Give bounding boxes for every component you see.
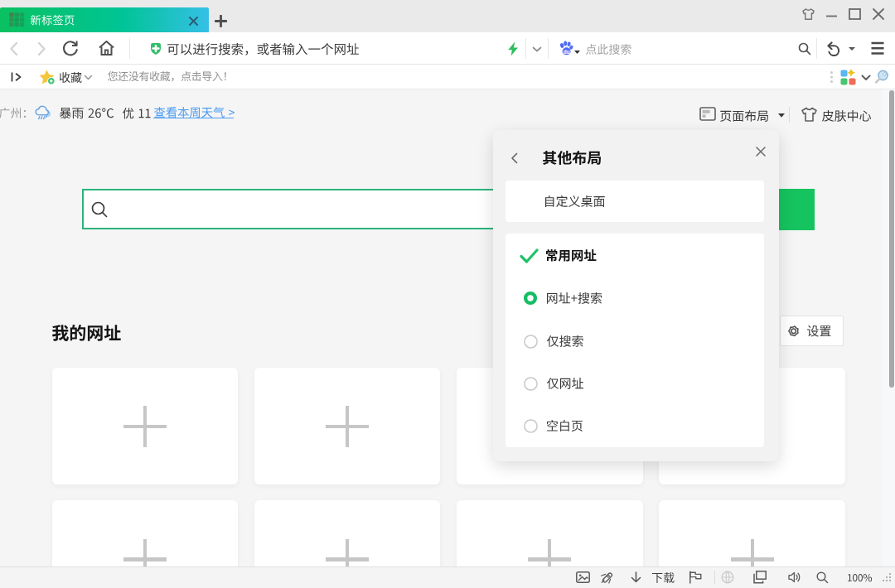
svg-text:du: du bbox=[564, 49, 570, 55]
